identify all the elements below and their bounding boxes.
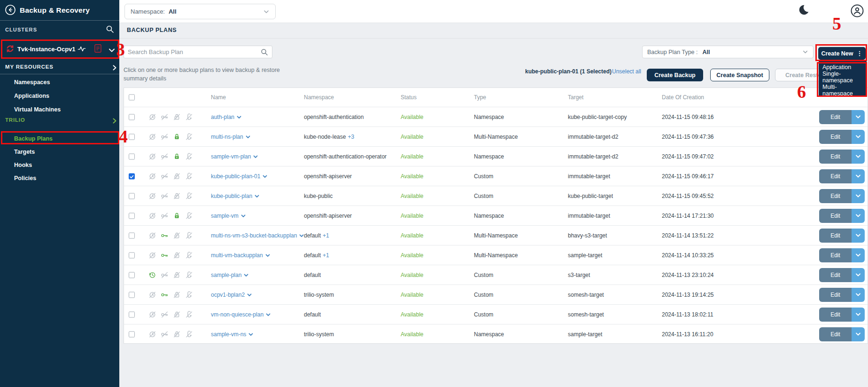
edit-button[interactable]: Edit: [819, 327, 852, 341]
sidebar-item-virtual-machines[interactable]: Virtual Machines: [14, 106, 61, 113]
create-new-button[interactable]: Create New ⋮: [818, 47, 866, 60]
namespace-extra-count[interactable]: +1: [323, 232, 329, 239]
user-account-icon[interactable]: [850, 4, 864, 18]
edit-button[interactable]: Edit: [819, 150, 852, 164]
sidebar-item-namespaces[interactable]: Namespaces: [14, 79, 50, 86]
row-checkbox[interactable]: [129, 233, 135, 239]
immutable-lock-icon-disabled: [173, 232, 181, 240]
backup-plan-name-link[interactable]: sample-plan: [211, 272, 248, 278]
edit-button[interactable]: Edit: [819, 308, 852, 322]
row-checkbox[interactable]: [129, 134, 135, 140]
edit-dropdown-chevron-icon[interactable]: [852, 189, 865, 203]
encryption-key-icon-enabled: [161, 232, 169, 240]
backup-plan-name-link[interactable]: kube-public-plan: [211, 193, 259, 199]
edit-dropdown-chevron-icon[interactable]: [852, 110, 865, 124]
namespace-extra-count[interactable]: +1: [323, 252, 329, 259]
column-header-namespace[interactable]: Namespace: [304, 94, 334, 101]
row-checkbox[interactable]: [129, 193, 135, 199]
create-new-menu-item-single-namespace[interactable]: Single-namespace: [822, 71, 867, 84]
unselect-all-link[interactable]: Unselect all: [612, 68, 641, 75]
sidebar-item-targets[interactable]: Targets: [14, 149, 35, 155]
edit-dropdown-chevron-icon[interactable]: [852, 248, 865, 262]
create-new-menu-item-application[interactable]: Application: [822, 64, 867, 71]
row-checkbox[interactable]: [129, 114, 135, 120]
search-icon[interactable]: [261, 48, 268, 56]
column-header-target[interactable]: Target: [568, 94, 583, 101]
edit-split-button[interactable]: Edit: [819, 268, 865, 282]
edit-split-button[interactable]: Edit: [819, 288, 865, 302]
edit-split-button[interactable]: Edit: [819, 130, 865, 144]
backup-plan-name-link[interactable]: sample-vm-ns: [211, 331, 253, 338]
edit-split-button[interactable]: Edit: [819, 150, 865, 164]
edit-button[interactable]: Edit: [819, 189, 852, 203]
row-checkbox[interactable]: [129, 272, 135, 278]
search-icon[interactable]: [106, 25, 114, 33]
sidebar-item-hooks[interactable]: Hooks: [14, 162, 32, 168]
backup-plan-name-link[interactable]: vm-non-quiesce-plan: [211, 311, 271, 318]
edit-button[interactable]: Edit: [819, 169, 852, 183]
cluster-activity-icon[interactable]: [78, 45, 86, 53]
edit-button[interactable]: Edit: [819, 130, 852, 144]
backup-plan-name-link[interactable]: multi-vm-backupplan: [211, 252, 270, 259]
edit-split-button[interactable]: Edit: [819, 229, 865, 243]
search-input[interactable]: Search Backup Plan: [124, 46, 272, 58]
dark-mode-moon-icon[interactable]: [797, 3, 810, 16]
edit-split-button[interactable]: Edit: [819, 308, 865, 322]
namespace-dropdown[interactable]: Namespace: All: [124, 4, 276, 19]
backup-plan-name-link[interactable]: multi-ns-plan: [211, 134, 250, 140]
column-header-name[interactable]: Name: [211, 94, 226, 101]
edit-button[interactable]: Edit: [819, 229, 852, 243]
column-header-status[interactable]: Status: [401, 94, 417, 101]
backup-plan-name-link[interactable]: auth-plan: [211, 114, 241, 120]
edit-dropdown-chevron-icon[interactable]: [852, 268, 865, 282]
edit-dropdown-chevron-icon[interactable]: [852, 130, 865, 144]
row-checkbox[interactable]: [129, 213, 135, 219]
backup-plan-name-link[interactable]: sample-vm: [211, 213, 246, 219]
column-header-type[interactable]: Type: [474, 94, 486, 101]
row-checkbox[interactable]: [129, 292, 135, 298]
create-new-menu-item-multi-namespace[interactable]: Multi-namespace: [822, 84, 867, 97]
sidebar-item-backup-plans[interactable]: Backup Plans: [14, 135, 53, 142]
edit-button[interactable]: Edit: [819, 209, 852, 223]
cluster-report-icon[interactable]: [94, 44, 101, 53]
create-snapshot-button[interactable]: Create Snapshot: [710, 69, 769, 81]
edit-dropdown-chevron-icon[interactable]: [852, 169, 865, 183]
edit-dropdown-chevron-icon[interactable]: [852, 288, 865, 302]
edit-split-button[interactable]: Edit: [819, 209, 865, 223]
edit-split-button[interactable]: Edit: [819, 169, 865, 183]
backup-plan-name-link[interactable]: kube-public-plan-01: [211, 173, 267, 180]
trilio-section-label[interactable]: TRILIO: [5, 117, 25, 123]
edit-dropdown-chevron-icon[interactable]: [852, 308, 865, 322]
backup-plan-name-link[interactable]: multi-ns-vm-s3-bucket-backupplan: [211, 232, 304, 239]
namespace-extra-count[interactable]: +3: [348, 134, 354, 140]
row-checkbox[interactable]: [129, 332, 135, 338]
edit-dropdown-chevron-icon[interactable]: [852, 150, 865, 164]
edit-button[interactable]: Edit: [819, 110, 852, 124]
back-arrow-icon[interactable]: [5, 4, 16, 16]
edit-dropdown-chevron-icon[interactable]: [852, 209, 865, 223]
row-checkbox[interactable]: [129, 253, 135, 259]
chevron-down-icon[interactable]: [108, 46, 115, 52]
edit-dropdown-chevron-icon[interactable]: [852, 229, 865, 243]
edit-button[interactable]: Edit: [819, 288, 852, 302]
edit-dropdown-chevron-icon[interactable]: [852, 327, 865, 341]
edit-split-button[interactable]: Edit: [819, 327, 865, 341]
edit-split-button[interactable]: Edit: [819, 248, 865, 262]
create-backup-button[interactable]: Create Backup: [647, 69, 703, 81]
edit-button[interactable]: Edit: [819, 268, 852, 282]
row-checkbox[interactable]: [129, 154, 135, 160]
sidebar-cluster-name[interactable]: Tvk-Instance-Ocpv1: [17, 46, 76, 53]
row-checkbox[interactable]: [129, 174, 135, 180]
row-checkbox[interactable]: [129, 312, 135, 318]
backup-plan-name-link[interactable]: ocpv1-bplan2: [211, 292, 252, 298]
edit-split-button[interactable]: Edit: [819, 110, 865, 124]
my-resources-label[interactable]: MY RESOURCES: [5, 64, 54, 70]
sidebar-item-applications[interactable]: Applications: [14, 93, 49, 99]
column-header-date[interactable]: Date Of Creation: [662, 94, 704, 101]
edit-split-button[interactable]: Edit: [819, 189, 865, 203]
backup-plan-name-link[interactable]: sample-vm-plan: [211, 153, 258, 160]
edit-button[interactable]: Edit: [819, 248, 852, 262]
select-all-checkbox[interactable]: [129, 95, 135, 101]
backup-plan-type-dropdown[interactable]: Backup Plan Type : All: [642, 46, 814, 58]
sidebar-item-policies[interactable]: Policies: [14, 175, 36, 182]
